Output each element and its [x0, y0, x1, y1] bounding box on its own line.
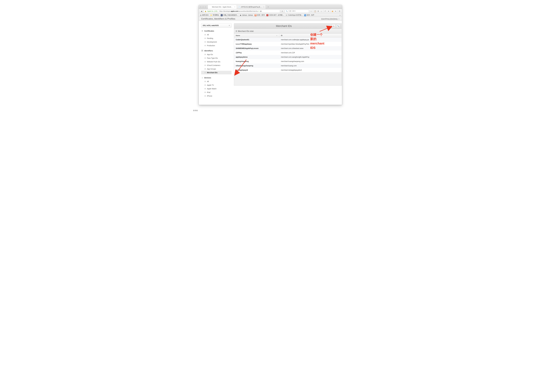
sidebar: iOS, tvOS, watchOS ▼ ✪ Certificates All … [201, 23, 231, 105]
sidebar-item-all[interactable]: All [201, 33, 231, 37]
page-content: Certificates, Identifiers & Profiles Qua… [199, 17, 342, 105]
cell-id: merchant.kuangshaopeng.com [279, 59, 342, 63]
cell-id: merchant.kuang.com [279, 63, 342, 68]
cell-name: nihaokuangshaopeng [234, 63, 279, 68]
minimize-icon[interactable] [202, 6, 204, 8]
bookmark-github[interactable]: ◉GitHub · GitHub [240, 14, 253, 16]
column-header-name[interactable]: Name ▲ [234, 34, 279, 37]
cell-id: merchant.com.coderqiao.applepay.pa [279, 38, 342, 42]
star-icon[interactable]: ☆ [310, 10, 313, 13]
sidebar-item-merchant-ids[interactable]: Merchant IDs [201, 71, 231, 74]
nav-section-certificates: ✪ Certificates All Pending Development P… [201, 30, 231, 47]
table-body: CoderQiaotest01merchant.com.coderqiao.ap… [234, 38, 342, 72]
cell-name: LLLLYYBBapplepay [234, 42, 279, 46]
footer-brand: 最模板 [193, 109, 198, 112]
table-row[interactable]: applepaydemomerchant.com.wanghongfei.App… [234, 55, 342, 59]
bookmark-csdn[interactable]: CCSDN.NET - 全球最... [266, 14, 284, 16]
sidebar-item-apple-watch[interactable]: Apple Watch [201, 87, 231, 91]
cell-name: SHIWEIWEIApplePayLesson [234, 46, 279, 50]
lock-icon: 🔒 [205, 10, 207, 12]
bookmark-36kr[interactable]: Kr36氪_为创业者提供... [221, 14, 238, 16]
table-header: Name ▲ ID [234, 34, 342, 38]
bookmark-common-sites[interactable]: 📁常用网址 [210, 14, 219, 16]
zoom-icon[interactable] [205, 6, 206, 8]
cell-id: merchant.testapplepayabcd [279, 68, 342, 72]
sidebar-item-development[interactable]: Development [201, 40, 231, 44]
sidebar-item-iphone[interactable]: iPhone [201, 94, 231, 98]
new-tab-button[interactable]: ＋ [266, 5, 271, 9]
sort-asc-icon: ▲ [276, 35, 277, 36]
page-title: Certificates, Identifiers & Profiles [201, 18, 235, 20]
tab-merchant-ids[interactable]: Merchant IDs - Apple Developer × [208, 5, 237, 9]
platform-dropdown[interactable]: iOS, tvOS, watchOS ▼ [201, 23, 231, 28]
search-button[interactable]: 🔍 [336, 24, 340, 28]
app-icon: ⊡ [285, 14, 288, 16]
sidebar-item-production[interactable]: Production [201, 44, 231, 47]
separator: | [218, 10, 218, 12]
page-header: Certificates, Identifiers & Profiles Qua… [199, 17, 342, 21]
main-panel: Merchant IDs ＋ 🔍 8 Merchant IDs total. [234, 23, 342, 105]
tab-strip: Merchant IDs - Apple Developer × 📄 APP支付… [208, 5, 271, 9]
close-tab-icon[interactable]: × [234, 6, 235, 8]
sidebar-item-website-push-ids[interactable]: Website Push IDs [201, 60, 231, 63]
panel-title: Merchant IDs [236, 24, 332, 28]
qr-icon[interactable]: ▦ [260, 10, 262, 12]
sidebar-item-app-ids[interactable]: App IDs [201, 53, 231, 56]
table-row[interactable]: LLLLYYBBapplepaymerchant.liyanbiao.NewAp… [234, 42, 342, 46]
caret-down-icon[interactable]: ▾ [334, 10, 337, 13]
id-icon: ID [201, 49, 203, 52]
tab-label: APP支付之使用ApplePay支付开发... [241, 6, 262, 8]
column-header-id[interactable]: ID [279, 34, 342, 37]
extension-icon[interactable]: ▣ [331, 10, 334, 13]
table-row[interactable]: SHIWEIWEIApplePayLessonmerchant.com.shiw… [234, 46, 342, 50]
merchant-table: Name ▲ ID CoderQiaotest01merchant.com.co… [234, 34, 342, 86]
nav-heading: ▯ Devices [201, 77, 231, 79]
nav-heading: ID Identifiers [201, 49, 231, 52]
sidebar-item-ipad[interactable]: iPad [201, 91, 231, 94]
close-icon[interactable] [200, 6, 201, 8]
bookmark-zhihu[interactable]: 知首页 - 知乎 [304, 14, 314, 16]
table-row[interactable]: ZJFPaymerchant.com.ZJF [234, 50, 342, 55]
caret-down-icon[interactable]: ▾ [327, 10, 330, 13]
cell-id: merchant.com.shiweiwei.www [279, 46, 342, 50]
panel-title-row: Merchant IDs ＋ 🔍 [234, 23, 342, 29]
sidebar-item-apple-tv[interactable]: Apple TV [201, 83, 231, 87]
cell-id: merchant.com.ZJF [279, 50, 342, 55]
home-icon[interactable]: ⌂ [320, 10, 323, 13]
add-button[interactable]: ＋ [332, 24, 336, 28]
back-button[interactable]: ◀ [200, 10, 203, 13]
download-icon[interactable]: ⬇ [317, 10, 320, 13]
sidebar-item-pending[interactable]: Pending [201, 37, 231, 40]
url-text: https://developer.apple.com/account/ios/… [219, 10, 258, 12]
summary-text: Merchant IDs total. [238, 30, 254, 32]
table-row[interactable]: kuangshaopengmerchant.kuangshaopeng.com [234, 59, 342, 63]
sidebar-item-pass-type-ids[interactable]: Pass Type IDs [201, 56, 231, 60]
grid-icon: ▤ [200, 14, 202, 16]
chevron-down-icon: ▼ [229, 25, 230, 26]
close-tab-icon[interactable]: × [263, 6, 264, 8]
kr-icon: Kr [221, 14, 223, 16]
clipboard-icon[interactable]: 📋 [314, 10, 317, 13]
url-field[interactable]: 🔒 Apple Inc. (US) | https://developer.ap… [204, 10, 280, 13]
menu-icon[interactable]: ☰ [338, 10, 341, 13]
table-row[interactable]: CoderQiaotest01merchant.com.coderqiao.ap… [234, 38, 342, 42]
reload-button[interactable]: ⟳ [281, 10, 284, 13]
bookmark-most-visited[interactable]: ▤最常访问 [200, 14, 208, 16]
shield-icon[interactable]: ▾ [259, 10, 259, 12]
sidebar-item-all-devices[interactable]: All [201, 80, 231, 83]
nav-heading: ✪ Certificates [201, 30, 231, 32]
user-menu[interactable]: QuanZheng QiaoQiang ▼ [321, 18, 340, 20]
bookmark-code4app[interactable]: ⊡Code4App-iOS开发... [285, 14, 303, 16]
search-placeholder: 百度 <⌘K> [289, 10, 296, 12]
bookmark-overflow-icon[interactable]: » [340, 14, 341, 16]
sidebar-item-icloud-containers[interactable]: iCloud Containers [201, 63, 231, 67]
tab-applepay-article[interactable]: 📄 APP支付之使用ApplePay支付开发... × [237, 5, 266, 9]
table-row[interactable]: nihaokuangshaopengmerchant.kuang.com [234, 63, 342, 68]
sidebar-item-app-groups[interactable]: App Groups [201, 67, 231, 71]
cell-name: applepaydemo [234, 55, 279, 59]
undo-icon[interactable]: ↶ [324, 10, 327, 13]
table-row[interactable]: testApplepayidmerchant.testapplepayabcd [234, 68, 342, 72]
bookmark-jianshu[interactable]: 简首页 - 简书 [255, 14, 265, 16]
search-field[interactable]: 🔍 百度 <⌘K> [285, 10, 309, 13]
address-bar: ◀ 🔒 Apple Inc. (US) | https://developer.… [199, 9, 342, 13]
